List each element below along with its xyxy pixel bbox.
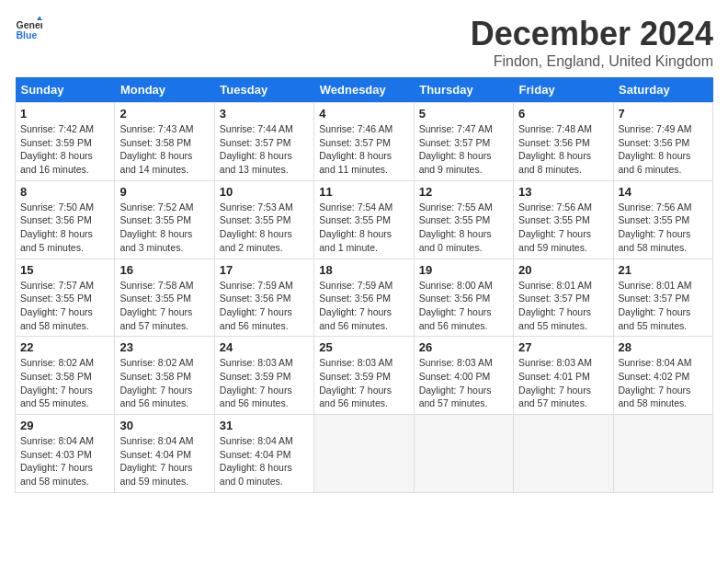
day-number: 13	[518, 185, 608, 199]
day-info: Sunrise: 7:53 AMSunset: 3:55 PMDaylight:…	[220, 201, 309, 255]
calendar-cell: 3Sunrise: 7:44 AMSunset: 3:57 PMDaylight…	[214, 103, 313, 181]
day-number: 22	[20, 340, 109, 354]
day-info: Sunrise: 8:04 AMSunset: 4:04 PMDaylight:…	[119, 434, 209, 488]
day-info: Sunrise: 8:01 AMSunset: 3:57 PMDaylight:…	[619, 279, 708, 333]
day-number: 30	[119, 419, 209, 432]
calendar-cell: 4Sunrise: 7:46 AMSunset: 3:57 PMDaylight…	[314, 103, 414, 181]
day-info: Sunrise: 7:48 AMSunset: 3:56 PMDaylight:…	[518, 122, 608, 177]
calendar-cell: 17Sunrise: 7:59 AMSunset: 3:56 PMDayligh…	[214, 259, 313, 337]
day-number: 23	[119, 340, 209, 354]
calendar-cell: 8Sunrise: 7:50 AMSunset: 3:56 PMDaylight…	[16, 180, 115, 259]
calendar-cell: 9Sunrise: 7:52 AMSunset: 3:55 PMDaylight…	[115, 180, 214, 259]
calendar-week-row: 22Sunrise: 8:02 AMSunset: 3:58 PMDayligh…	[16, 337, 713, 415]
day-number: 5	[419, 107, 508, 121]
day-info: Sunrise: 7:55 AMSunset: 3:55 PMDaylight:…	[419, 201, 508, 255]
day-info: Sunrise: 8:03 AMSunset: 4:01 PMDaylight:…	[518, 356, 608, 410]
weekday-header: Sunday	[16, 77, 115, 103]
calendar-cell: 5Sunrise: 7:47 AMSunset: 3:57 PMDaylight…	[414, 103, 513, 181]
day-number: 18	[319, 263, 408, 277]
weekday-header: Thursday	[414, 77, 513, 103]
day-info: Sunrise: 7:47 AMSunset: 3:57 PMDaylight:…	[419, 122, 508, 177]
day-info: Sunrise: 8:04 AMSunset: 4:04 PMDaylight:…	[220, 434, 309, 488]
day-info: Sunrise: 8:03 AMSunset: 3:59 PMDaylight:…	[319, 356, 408, 410]
calendar-cell: 20Sunrise: 8:01 AMSunset: 3:57 PMDayligh…	[514, 259, 613, 337]
day-number: 8	[20, 185, 109, 199]
calendar-cell: 10Sunrise: 7:53 AMSunset: 3:55 PMDayligh…	[214, 180, 313, 259]
logo: General Blue	[15, 15, 42, 42]
calendar-cell: 31Sunrise: 8:04 AMSunset: 4:04 PMDayligh…	[214, 415, 313, 493]
calendar-cell: 26Sunrise: 8:03 AMSunset: 4:00 PMDayligh…	[414, 337, 513, 415]
calendar-cell: 6Sunrise: 7:48 AMSunset: 3:56 PMDaylight…	[514, 103, 613, 181]
day-info: Sunrise: 7:56 AMSunset: 3:55 PMDaylight:…	[518, 201, 608, 255]
calendar-cell: 1Sunrise: 7:42 AMSunset: 3:59 PMDaylight…	[16, 103, 115, 181]
day-info: Sunrise: 7:44 AMSunset: 3:57 PMDaylight:…	[220, 122, 309, 177]
weekday-header: Monday	[115, 77, 214, 103]
calendar-cell: 16Sunrise: 7:58 AMSunset: 3:55 PMDayligh…	[115, 259, 214, 337]
page-header: General Blue December 2024 Findon, Engla…	[15, 15, 713, 70]
day-info: Sunrise: 7:49 AMSunset: 3:56 PMDaylight:…	[619, 122, 708, 177]
day-info: Sunrise: 8:03 AMSunset: 4:00 PMDaylight:…	[419, 356, 508, 410]
calendar-cell: 23Sunrise: 8:02 AMSunset: 3:58 PMDayligh…	[115, 337, 214, 415]
calendar-cell: 15Sunrise: 7:57 AMSunset: 3:55 PMDayligh…	[16, 259, 115, 337]
title-area: December 2024 Findon, England, United Ki…	[471, 15, 713, 70]
day-info: Sunrise: 7:54 AMSunset: 3:55 PMDaylight:…	[319, 201, 408, 255]
day-info: Sunrise: 8:00 AMSunset: 3:56 PMDaylight:…	[419, 279, 508, 333]
calendar-week-row: 1Sunrise: 7:42 AMSunset: 3:59 PMDaylight…	[16, 103, 713, 181]
day-number: 9	[119, 185, 209, 199]
day-info: Sunrise: 8:04 AMSunset: 4:03 PMDaylight:…	[20, 434, 109, 488]
day-number: 25	[319, 340, 408, 354]
day-number: 27	[518, 340, 608, 354]
weekday-header-row: SundayMondayTuesdayWednesdayThursdayFrid…	[16, 77, 713, 103]
day-number: 3	[220, 107, 309, 121]
day-info: Sunrise: 7:42 AMSunset: 3:59 PMDaylight:…	[20, 122, 109, 177]
day-number: 21	[619, 263, 708, 277]
day-info: Sunrise: 8:03 AMSunset: 3:59 PMDaylight:…	[220, 356, 309, 410]
calendar-cell: 27Sunrise: 8:03 AMSunset: 4:01 PMDayligh…	[514, 337, 613, 415]
calendar-week-row: 29Sunrise: 8:04 AMSunset: 4:03 PMDayligh…	[16, 415, 713, 493]
weekday-header: Friday	[514, 77, 613, 103]
calendar-cell: 28Sunrise: 8:04 AMSunset: 4:02 PMDayligh…	[613, 337, 712, 415]
day-info: Sunrise: 8:01 AMSunset: 3:57 PMDaylight:…	[518, 279, 608, 333]
calendar-cell: 11Sunrise: 7:54 AMSunset: 3:55 PMDayligh…	[314, 180, 414, 259]
day-info: Sunrise: 7:46 AMSunset: 3:57 PMDaylight:…	[319, 122, 408, 177]
calendar-cell	[414, 415, 513, 493]
calendar-cell: 30Sunrise: 8:04 AMSunset: 4:04 PMDayligh…	[115, 415, 214, 493]
calendar-cell: 12Sunrise: 7:55 AMSunset: 3:55 PMDayligh…	[414, 180, 513, 259]
day-info: Sunrise: 7:52 AMSunset: 3:55 PMDaylight:…	[119, 201, 209, 255]
calendar-cell: 7Sunrise: 7:49 AMSunset: 3:56 PMDaylight…	[613, 103, 712, 181]
logo-icon: General Blue	[15, 15, 42, 42]
calendar-cell	[314, 415, 414, 493]
svg-text:Blue: Blue	[17, 29, 38, 40]
calendar-cell: 18Sunrise: 7:59 AMSunset: 3:56 PMDayligh…	[314, 259, 414, 337]
day-info: Sunrise: 7:50 AMSunset: 3:56 PMDaylight:…	[20, 201, 109, 255]
day-number: 24	[220, 340, 309, 354]
calendar-week-row: 8Sunrise: 7:50 AMSunset: 3:56 PMDaylight…	[16, 180, 713, 259]
location: Findon, England, United Kingdom	[471, 53, 713, 70]
day-number: 12	[419, 185, 508, 199]
day-number: 26	[419, 340, 508, 354]
day-info: Sunrise: 7:43 AMSunset: 3:58 PMDaylight:…	[119, 122, 209, 177]
svg-marker-2	[37, 17, 42, 21]
day-info: Sunrise: 8:04 AMSunset: 4:02 PMDaylight:…	[619, 356, 708, 410]
day-number: 6	[518, 107, 608, 121]
day-number: 7	[619, 107, 708, 121]
day-number: 15	[20, 263, 109, 277]
calendar-cell: 21Sunrise: 8:01 AMSunset: 3:57 PMDayligh…	[613, 259, 712, 337]
day-number: 2	[119, 107, 209, 121]
day-info: Sunrise: 7:57 AMSunset: 3:55 PMDaylight:…	[20, 279, 109, 333]
day-number: 1	[20, 107, 109, 121]
day-number: 29	[20, 419, 109, 432]
day-info: Sunrise: 8:02 AMSunset: 3:58 PMDaylight:…	[119, 356, 209, 410]
day-number: 14	[619, 185, 708, 199]
day-number: 4	[319, 107, 408, 121]
calendar-cell: 2Sunrise: 7:43 AMSunset: 3:58 PMDaylight…	[115, 103, 214, 181]
day-info: Sunrise: 8:02 AMSunset: 3:58 PMDaylight:…	[20, 356, 109, 410]
calendar-cell: 24Sunrise: 8:03 AMSunset: 3:59 PMDayligh…	[214, 337, 313, 415]
calendar-cell	[613, 415, 712, 493]
calendar-cell: 29Sunrise: 8:04 AMSunset: 4:03 PMDayligh…	[16, 415, 115, 493]
day-number: 28	[619, 340, 708, 354]
day-info: Sunrise: 7:59 AMSunset: 3:56 PMDaylight:…	[319, 279, 408, 333]
calendar-cell: 14Sunrise: 7:56 AMSunset: 3:55 PMDayligh…	[613, 180, 712, 259]
calendar-week-row: 15Sunrise: 7:57 AMSunset: 3:55 PMDayligh…	[16, 259, 713, 337]
day-info: Sunrise: 7:59 AMSunset: 3:56 PMDaylight:…	[220, 279, 309, 333]
